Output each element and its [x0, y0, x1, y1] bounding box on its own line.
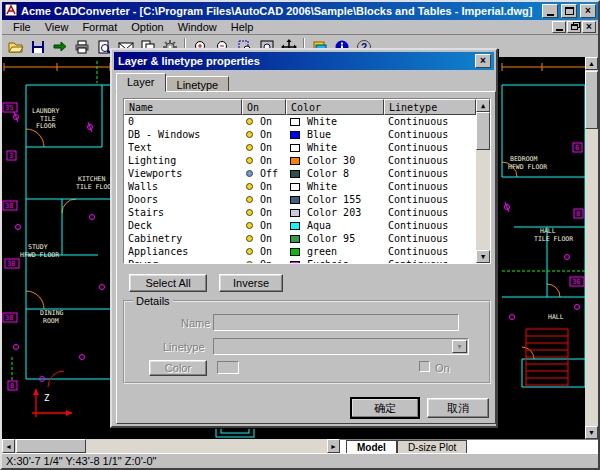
print-icon[interactable]: [71, 37, 92, 57]
bulb-icon[interactable]: [246, 209, 253, 216]
menu-help[interactable]: Help: [224, 20, 261, 34]
scroll-up-icon[interactable]: ▲: [476, 99, 490, 112]
bulb-icon[interactable]: [246, 235, 253, 242]
scroll-up-icon[interactable]: ▲: [585, 57, 598, 70]
layer-row[interactable]: 0 On White Continuous: [124, 115, 490, 128]
app-window: Acme CADConverter - [C:\Program Files\Au…: [0, 0, 600, 470]
menu-option[interactable]: Option: [124, 20, 170, 34]
color-swatch[interactable]: [290, 183, 300, 191]
linetype-label: Linetype: [163, 341, 205, 353]
layer-row[interactable]: Lighting On Color 30 Continuous: [124, 154, 490, 167]
bulb-icon[interactable]: [246, 222, 253, 229]
tab-model[interactable]: Model: [346, 440, 397, 453]
mdi-minimize-button[interactable]: [552, 21, 566, 33]
canvas-vertical-scrollbar[interactable]: ▲ ▼: [585, 57, 598, 439]
layer-row[interactable]: Appliances On green Continuous: [124, 245, 490, 258]
menu-view[interactable]: View: [38, 20, 76, 34]
ok-button[interactable]: 确定: [351, 398, 419, 418]
color-name: Color 203: [303, 207, 361, 218]
layer-row[interactable]: Power On Fuchsia Continuous: [124, 258, 490, 264]
color-name: Fuchsia: [303, 259, 349, 264]
horizontal-scroll-thumb[interactable]: [16, 439, 86, 453]
color-swatch[interactable]: [290, 144, 300, 152]
column-header-color[interactable]: Color: [286, 99, 384, 115]
color-swatch[interactable]: [290, 235, 300, 243]
bulb-off-icon[interactable]: [246, 170, 253, 177]
bulb-icon[interactable]: [246, 183, 253, 190]
scroll-right-icon[interactable]: ►: [327, 439, 340, 453]
dim-tag: 3: [9, 152, 13, 160]
room-sublabel: HFWD FLOOR: [508, 163, 547, 171]
list-scroll-thumb[interactable]: [476, 112, 490, 150]
layer-row[interactable]: Walls On White Continuous: [124, 180, 490, 193]
bulb-icon[interactable]: [246, 248, 253, 255]
menu-window[interactable]: Window: [171, 20, 224, 34]
layer-row[interactable]: Viewports Off Color 8 Continuous: [124, 167, 490, 180]
vertical-scroll-thumb[interactable]: [585, 71, 598, 129]
color-name: White: [303, 181, 337, 192]
color-swatch[interactable]: [290, 118, 300, 126]
canvas-horizontal-scrollbar[interactable]: ◄ ►: [2, 439, 340, 453]
room-sublabel: TILE FLOOR: [534, 235, 573, 243]
bulb-icon[interactable]: [246, 196, 253, 203]
linetype-name: Continuous: [384, 233, 476, 244]
column-header-linetype[interactable]: Linetype: [384, 99, 476, 115]
tab-d-size-plot[interactable]: D-size Plot: [397, 440, 467, 453]
linetype-name: Continuous: [384, 181, 476, 192]
layer-row[interactable]: Text On White Continuous: [124, 141, 490, 154]
mdi-close-button[interactable]: ×: [582, 21, 596, 33]
cancel-button[interactable]: 取消: [427, 398, 489, 418]
open-icon[interactable]: [5, 37, 26, 57]
on-state: On: [256, 233, 272, 244]
dim-tag: 6: [575, 144, 579, 152]
color-swatch[interactable]: [290, 248, 300, 256]
dim-tag: 35: [5, 104, 13, 112]
color-swatch[interactable]: [290, 222, 300, 230]
scroll-down-icon[interactable]: ▼: [585, 426, 598, 439]
color-swatch[interactable]: [290, 261, 300, 265]
color-name: green: [303, 246, 337, 257]
layer-name: Deck: [124, 220, 242, 231]
scroll-left-icon[interactable]: ◄: [2, 439, 15, 453]
layer-name: DB - Windows: [124, 129, 242, 140]
layer-row[interactable]: Stairs On Color 203 Continuous: [124, 206, 490, 219]
dialog-close-icon[interactable]: ×: [475, 54, 491, 68]
mdi-restore-button[interactable]: [567, 21, 581, 33]
color-swatch[interactable]: [290, 196, 300, 204]
linetype-name: Continuous: [384, 220, 476, 231]
scroll-down-icon[interactable]: ▼: [476, 250, 490, 263]
color-swatch[interactable]: [290, 170, 300, 178]
bulb-icon[interactable]: [246, 261, 253, 264]
app-icon: [4, 3, 18, 19]
tab-layer[interactable]: Layer: [116, 73, 166, 92]
save-icon[interactable]: [27, 37, 48, 57]
layer-row[interactable]: DB - Windows On Blue Continuous: [124, 128, 490, 141]
color-swatch[interactable]: [290, 209, 300, 217]
bulb-icon[interactable]: [246, 131, 253, 138]
bulb-icon[interactable]: [246, 157, 253, 164]
color-swatch[interactable]: [290, 157, 300, 165]
detail-color-swatch: [217, 361, 239, 374]
status-bar: X:30'-7 1/4" Y:43'-8 1/1" Z:0'-0": [2, 453, 598, 468]
convert-icon[interactable]: [49, 37, 70, 57]
column-header-name[interactable]: Name: [124, 99, 242, 115]
menu-format[interactable]: Format: [75, 20, 124, 34]
inverse-button[interactable]: Inverse: [219, 274, 283, 292]
layer-row[interactable]: Cabinetry On Color 95 Continuous: [124, 232, 490, 245]
layer-name: Stairs: [124, 207, 242, 218]
on-state: Off: [256, 168, 278, 179]
tab-linetype[interactable]: Linetype: [166, 76, 230, 92]
close-button[interactable]: ×: [580, 4, 596, 18]
layer-row[interactable]: Doors On Color 155 Continuous: [124, 193, 490, 206]
layer-row[interactable]: Deck On Aqua Continuous: [124, 219, 490, 232]
select-all-button[interactable]: Select All: [129, 274, 207, 292]
bulb-icon[interactable]: [246, 118, 253, 125]
maximize-button[interactable]: [561, 4, 577, 18]
bulb-icon[interactable]: [246, 144, 253, 151]
color-swatch[interactable]: [290, 131, 300, 139]
list-scrollbar[interactable]: ▲ ▼: [476, 99, 490, 263]
minimize-button[interactable]: [542, 4, 558, 18]
column-header-on[interactable]: On: [242, 99, 286, 115]
linetype-name: Continuous: [384, 116, 476, 127]
menu-file[interactable]: File: [6, 20, 38, 34]
